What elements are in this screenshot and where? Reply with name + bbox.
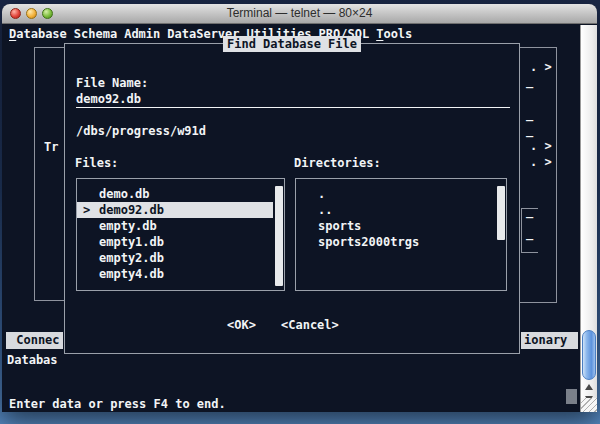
bg-fragment: _ <box>526 203 533 219</box>
directory-item[interactable]: sports <box>296 218 495 234</box>
resize-grip[interactable] <box>581 398 597 412</box>
ok-button[interactable]: <OK> <box>227 317 256 333</box>
file-name: empty2.db <box>99 251 164 265</box>
background-text: Tr <box>44 139 58 155</box>
current-path: /dbs/progress/w91d <box>76 123 206 139</box>
file-name: empty4.db <box>99 267 164 281</box>
menu-item-schema[interactable]: Schema <box>74 26 117 42</box>
file-item[interactable]: empty.db <box>77 218 273 234</box>
directory-name: .. <box>318 203 332 217</box>
menu-item-admin[interactable]: Admin <box>124 26 160 42</box>
directories-listbox: ...sportssports2000trgs <box>295 178 507 291</box>
background-bottom-text: Databas <box>7 352 58 368</box>
bg-fragment: _ <box>526 73 533 89</box>
arrow-up-icon <box>585 384 593 390</box>
bg-fragment: _ <box>526 106 533 122</box>
file-name: demo.db <box>99 187 150 201</box>
directory-item[interactable]: sports2000trgs <box>296 234 495 250</box>
files-listbox: demo.db>demo92.dbempty.dbempty1.dbempty2… <box>76 178 285 291</box>
file-name-input[interactable]: demo92.db <box>76 91 510 108</box>
files-list: demo.db>demo92.dbempty.dbempty1.dbempty2… <box>77 186 284 282</box>
directory-item[interactable]: .. <box>296 202 495 218</box>
cancel-button[interactable]: <Cancel> <box>281 317 339 333</box>
directory-item[interactable]: . <box>296 186 495 202</box>
connect-button-partial[interactable]: Connec <box>6 332 63 349</box>
file-name: empty.db <box>99 219 157 233</box>
file-name: empty1.db <box>99 235 164 249</box>
scrollbar-track[interactable] <box>580 25 597 412</box>
directories-list: ...sportssports2000trgs <box>296 186 506 250</box>
menu-item-database[interactable]: Database <box>9 26 67 42</box>
bg-fragment: . > <box>530 59 552 75</box>
terminal-cursor <box>566 389 577 404</box>
bg-fragment: . > <box>530 154 552 170</box>
find-database-file-dialog: Find Database File File Name: demo92.db … <box>64 43 520 354</box>
dictionary-button-partial[interactable]: ionary <box>521 332 578 349</box>
traffic-lights <box>10 8 53 19</box>
file-name: demo92.db <box>99 203 164 217</box>
file-item[interactable]: empty2.db <box>77 250 273 266</box>
window-title: Terminal — telnet — 80×24 <box>2 4 597 23</box>
file-item[interactable]: >demo92.db <box>77 202 273 218</box>
files-label: Files: <box>75 155 118 171</box>
close-button[interactable] <box>10 8 21 19</box>
selection-arrow: > <box>83 202 99 218</box>
directories-scrollbar-thumb[interactable] <box>497 186 505 240</box>
file-item[interactable]: empty1.db <box>77 234 273 250</box>
background-box-left <box>34 47 65 301</box>
bg-fragment: . > <box>530 138 552 154</box>
files-scrollbar-thumb[interactable] <box>275 186 283 286</box>
bg-fragment: _ <box>526 225 533 241</box>
directory-name: sports <box>318 219 361 233</box>
directories-label: Directories: <box>294 155 381 171</box>
file-item[interactable]: demo.db <box>77 186 273 202</box>
terminal-window: Terminal — telnet — 80×24 DatabaseSchema… <box>2 4 597 412</box>
directory-name: sports2000trgs <box>318 235 419 249</box>
title-bar[interactable]: Terminal — telnet — 80×24 <box>2 4 597 24</box>
menu-item-tools[interactable]: Tools <box>376 26 412 42</box>
scrollbar-thumb[interactable] <box>582 330 596 380</box>
minimize-button[interactable] <box>26 8 37 19</box>
status-message: Enter data or press F4 to end. <box>9 396 226 412</box>
bg-fragment: _ <box>526 122 533 138</box>
zoom-button[interactable] <box>42 8 53 19</box>
directory-name: . <box>318 187 325 201</box>
file-name-label: File Name: <box>76 75 148 91</box>
dialog-title: Find Database File <box>223 36 361 52</box>
scroll-up-button[interactable] <box>581 381 597 393</box>
file-item[interactable]: empty4.db <box>77 266 273 282</box>
terminal-screen: DatabaseSchemaAdminDataServerUtilitiesPR… <box>2 25 580 412</box>
